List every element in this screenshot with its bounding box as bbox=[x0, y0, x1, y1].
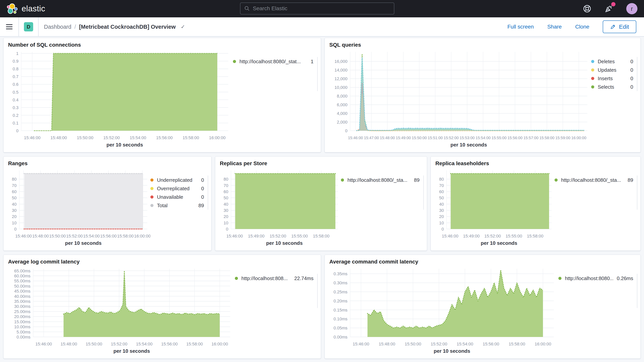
sql-connections-chart[interactable]: 00.10.20.30.40.50.60.70.80.9115:46:0015:… bbox=[6, 49, 233, 150]
legend-item[interactable]: Unavailable0 bbox=[150, 193, 208, 201]
panel-title[interactable]: SQL queries bbox=[325, 38, 640, 49]
chart-legend: http://localhost:8080/_sta...89 bbox=[341, 167, 424, 248]
legend-item[interactable]: Inserts0 bbox=[591, 74, 638, 83]
svg-text:15:46:00: 15:46:00 bbox=[226, 234, 243, 238]
svg-text:15:58:00: 15:58:00 bbox=[182, 135, 199, 140]
legend-value: 0.26ms bbox=[617, 276, 633, 282]
elastic-home-link[interactable]: elastic bbox=[6, 3, 45, 14]
svg-text:20: 20 bbox=[224, 214, 228, 219]
svg-text:35.00ms: 35.00ms bbox=[14, 299, 30, 304]
svg-text:14,000: 14,000 bbox=[334, 68, 348, 72]
svg-text:15:46:00: 15:46:00 bbox=[15, 234, 32, 238]
edit-button[interactable]: Edit bbox=[603, 20, 636, 33]
svg-text:per 10 seconds: per 10 seconds bbox=[113, 348, 150, 354]
svg-text:70: 70 bbox=[224, 183, 228, 188]
svg-text:16:00:00: 16:00:00 bbox=[571, 136, 586, 140]
legend-item[interactable]: http://localhost:8080/_sta...89 bbox=[341, 176, 424, 184]
whats-new-button[interactable] bbox=[604, 4, 614, 13]
dashboard-options-icon[interactable]: ✓ bbox=[181, 24, 185, 30]
svg-text:15:50:00: 15:50:00 bbox=[49, 234, 66, 238]
chart-legend: http://localhost:8080/_stat...1 bbox=[233, 49, 318, 150]
svg-text:16:00:00: 16:00:00 bbox=[134, 234, 150, 238]
replicas-per-store-chart[interactable]: 0102030405060708015:46:0015:49:0015:52:0… bbox=[218, 167, 341, 248]
svg-text:0.00ms: 0.00ms bbox=[334, 335, 348, 340]
panel-title[interactable]: Average command commit latency bbox=[325, 255, 640, 266]
svg-text:15:51:00: 15:51:00 bbox=[428, 136, 443, 140]
svg-text:20: 20 bbox=[12, 214, 16, 219]
legend-item[interactable]: Selects0 bbox=[591, 83, 638, 91]
legend-item[interactable]: http://localhost:808...22.74ms bbox=[235, 274, 318, 282]
dashboard-app-badge[interactable]: D bbox=[24, 22, 33, 32]
clone-button[interactable]: Clone bbox=[575, 24, 589, 30]
legend-item[interactable]: Underreplicated0 bbox=[150, 176, 208, 184]
svg-text:10: 10 bbox=[224, 220, 228, 225]
help-button[interactable] bbox=[583, 4, 592, 13]
search-input[interactable] bbox=[253, 6, 390, 12]
share-button[interactable]: Share bbox=[547, 24, 562, 30]
divider bbox=[38, 17, 38, 36]
svg-text:15:58:00: 15:58:00 bbox=[313, 234, 330, 238]
full-screen-button[interactable]: Full screen bbox=[507, 24, 534, 30]
ranges-chart[interactable]: 0102030405060708015:46:0015:48:0015:50:0… bbox=[6, 167, 150, 248]
legend-item[interactable]: http://localhost:8080/_stat...1 bbox=[233, 57, 318, 66]
svg-text:10,000: 10,000 bbox=[334, 85, 348, 90]
svg-text:25.00ms: 25.00ms bbox=[14, 309, 30, 314]
legend-color-dot bbox=[554, 178, 558, 182]
legend-value: 0 bbox=[630, 58, 633, 64]
svg-text:15:58:00: 15:58:00 bbox=[539, 136, 554, 140]
svg-text:15:48:00: 15:48:00 bbox=[60, 342, 77, 346]
svg-text:per 10 seconds: per 10 seconds bbox=[65, 240, 102, 246]
panel-title[interactable]: Number of SQL connections bbox=[4, 38, 321, 49]
svg-text:80: 80 bbox=[12, 177, 16, 182]
panel-title[interactable]: Ranges bbox=[4, 156, 211, 167]
legend-item[interactable]: Total89 bbox=[150, 201, 208, 210]
svg-text:15:46:00: 15:46:00 bbox=[348, 136, 363, 140]
svg-text:15:56:00: 15:56:00 bbox=[156, 135, 173, 140]
user-avatar[interactable]: r bbox=[626, 3, 638, 14]
svg-text:per 10 seconds: per 10 seconds bbox=[266, 240, 302, 246]
legend-value: 22.74ms bbox=[294, 276, 314, 282]
replica-leaseholders-chart[interactable]: 0102030405060708015:46:0015:49:0015:52:0… bbox=[434, 167, 554, 248]
svg-text:15:55:00: 15:55:00 bbox=[291, 234, 308, 238]
legend-item[interactable]: Updates0 bbox=[591, 66, 638, 74]
panel-title[interactable]: Replica leaseholders bbox=[431, 156, 640, 167]
legend-value: 89 bbox=[198, 202, 204, 208]
svg-text:15:48:00: 15:48:00 bbox=[32, 234, 49, 238]
global-search-box[interactable] bbox=[240, 2, 394, 14]
svg-text:15:54:00: 15:54:00 bbox=[476, 136, 491, 140]
svg-text:0: 0 bbox=[14, 227, 16, 232]
legend-label: Overreplicated bbox=[157, 186, 190, 192]
nav-menu-button[interactable] bbox=[0, 17, 18, 36]
sql-queries-chart[interactable]: 02,0004,0006,0008,00010,00012,00014,0001… bbox=[328, 49, 591, 150]
svg-text:40: 40 bbox=[224, 202, 228, 207]
svg-text:0.6: 0.6 bbox=[12, 82, 18, 87]
svg-text:15:48:00: 15:48:00 bbox=[50, 135, 67, 140]
svg-text:0.30ms: 0.30ms bbox=[334, 280, 348, 285]
svg-text:4,000: 4,000 bbox=[337, 111, 348, 116]
svg-text:15:55:00: 15:55:00 bbox=[492, 136, 506, 140]
legend-item[interactable]: Deletes0 bbox=[591, 57, 638, 66]
svg-text:40: 40 bbox=[12, 202, 16, 207]
panel-title[interactable]: Average log commit latency bbox=[4, 255, 321, 266]
avg-log-commit-latency-chart[interactable]: 0.00ms5.00ms10.00ms15.00ms20.00ms25.00ms… bbox=[6, 266, 235, 356]
svg-text:30: 30 bbox=[12, 208, 16, 213]
svg-text:1: 1 bbox=[16, 51, 18, 56]
svg-text:15:56:00: 15:56:00 bbox=[508, 136, 522, 140]
legend-value: 89 bbox=[628, 177, 633, 183]
svg-text:2,000: 2,000 bbox=[337, 120, 348, 124]
svg-text:15:49:00: 15:49:00 bbox=[248, 234, 264, 238]
legend-item[interactable]: http://localhost:8080...0.26ms bbox=[558, 274, 638, 282]
svg-text:60: 60 bbox=[439, 189, 444, 194]
svg-text:12,000: 12,000 bbox=[334, 76, 348, 81]
legend-item[interactable]: Overreplicated0 bbox=[150, 184, 208, 193]
legend-label: Unavailable bbox=[157, 194, 183, 200]
legend-label: http://localhost:8080... bbox=[565, 276, 613, 282]
chart-legend: http://localhost:808...22.74ms bbox=[235, 266, 318, 356]
svg-text:30.00ms: 30.00ms bbox=[14, 304, 30, 309]
avg-command-commit-latency-chart[interactable]: 0.00ms0.05ms0.10ms0.15ms0.20ms0.25ms0.30… bbox=[328, 266, 558, 356]
panel-title[interactable]: Replicas per Store bbox=[215, 156, 427, 167]
breadcrumb-dashboard-link[interactable]: Dashboard bbox=[44, 24, 71, 30]
legend-item[interactable]: http://localhost:8080/_sta...89 bbox=[554, 176, 638, 184]
panel-ranges: Ranges 0102030405060708015:46:0015:48:00… bbox=[3, 156, 212, 251]
svg-text:15:52:00: 15:52:00 bbox=[270, 234, 286, 238]
